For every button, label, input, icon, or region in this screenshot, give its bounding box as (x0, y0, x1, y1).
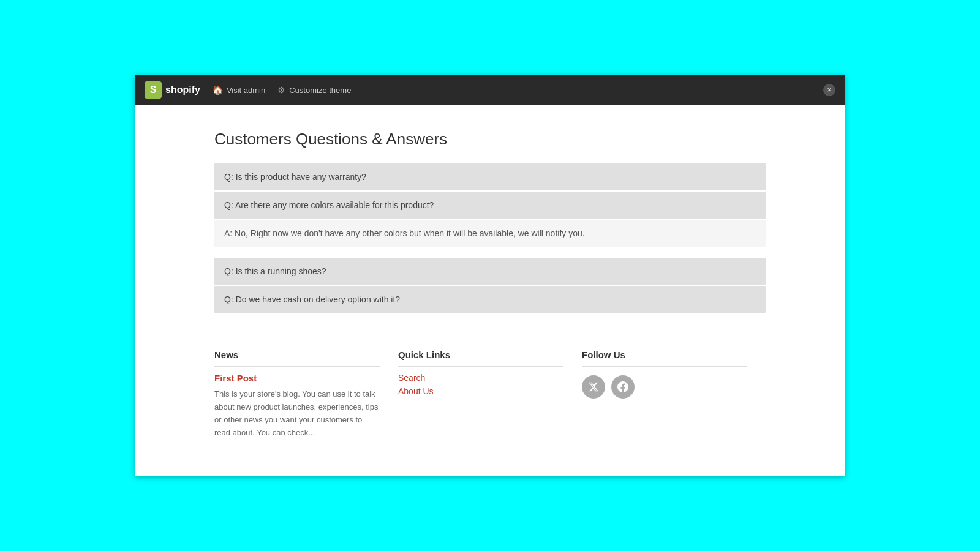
settings-icon: ⚙ (277, 85, 285, 95)
topbar: S shopify 🏠 Visit admin ⚙ Customize them… (135, 75, 845, 105)
shopify-logo: S shopify (145, 81, 200, 99)
about-us-link[interactable]: About Us (398, 386, 564, 396)
news-post-text: This is your store's blog. You can use i… (214, 388, 380, 439)
footer-news-col: News First Post This is your store's blo… (214, 350, 398, 439)
qa-item[interactable]: Q: Is this product have any warranty? (214, 163, 766, 190)
close-button[interactable]: × (823, 84, 835, 96)
footer: News First Post This is your store's blo… (214, 343, 766, 439)
shopify-logo-icon: S (145, 81, 162, 99)
facebook-icon[interactable] (611, 375, 635, 399)
qa-section: Q: Is this product have any warranty? Q:… (214, 163, 766, 313)
page-title: Customers Questions & Answers (214, 130, 766, 149)
news-post-title[interactable]: First Post (214, 373, 380, 383)
topbar-left: S shopify 🏠 Visit admin ⚙ Customize them… (145, 81, 351, 99)
qa-text: Q: Is this a running shoes? (224, 266, 326, 276)
admin-icon: 🏠 (213, 85, 223, 95)
shopify-logo-text: shopify (165, 84, 200, 96)
footer-follow-col: Follow Us (582, 350, 766, 439)
follow-us-title: Follow Us (582, 350, 747, 367)
qa-item[interactable]: Q: Is this a running shoes? (214, 258, 766, 285)
search-link[interactable]: Search (398, 373, 564, 383)
quick-links-title: Quick Links (398, 350, 564, 367)
browser-window: S shopify 🏠 Visit admin ⚙ Customize them… (135, 75, 845, 476)
visit-admin-link[interactable]: 🏠 Visit admin (213, 85, 265, 95)
footer-quicklinks-col: Quick Links Search About Us (398, 350, 582, 439)
qa-text: Q: Are there any more colors available f… (224, 200, 434, 210)
customize-theme-label: Customize theme (289, 86, 351, 95)
qa-spacer (214, 248, 766, 258)
news-title: News (214, 350, 380, 367)
qa-item[interactable]: Q: Are there any more colors available f… (214, 192, 766, 219)
twitter-icon[interactable] (582, 375, 605, 399)
customize-theme-link[interactable]: ⚙ Customize theme (277, 85, 351, 95)
qa-answer-text: A: No, Right now we don't have any other… (224, 228, 585, 238)
main-content: Customers Questions & Answers Q: Is this… (135, 105, 845, 476)
qa-answer: A: No, Right now we don't have any other… (214, 220, 766, 247)
follow-icons (582, 375, 747, 399)
close-icon: × (827, 86, 831, 94)
qa-item[interactable]: Q: Do we have cash on delivery option wi… (214, 286, 766, 313)
qa-text: Q: Is this product have any warranty? (224, 172, 366, 182)
qa-text: Q: Do we have cash on delivery option wi… (224, 294, 400, 304)
visit-admin-label: Visit admin (227, 86, 265, 95)
